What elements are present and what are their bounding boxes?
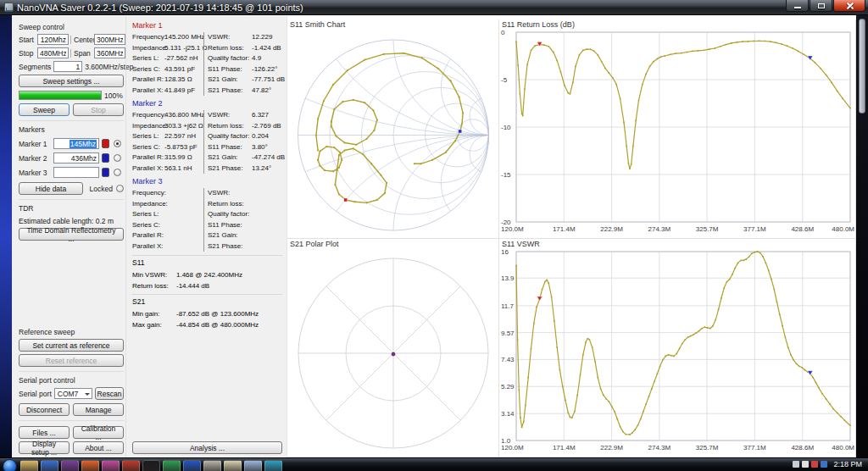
marker-info-block: Marker 3Frequency:Impedance:Series L:Ser… [132, 177, 282, 252]
marker-1-radio[interactable] [114, 140, 121, 147]
usb-tray-icon[interactable] [793, 461, 799, 468]
svg-text:16: 16 [501, 248, 509, 256]
start-button[interactable] [3, 459, 17, 471]
marker-info-title: Marker 1 [132, 21, 282, 30]
field-value: -47.274 dB [252, 152, 285, 163]
app-black-icon[interactable] [142, 460, 160, 471]
volume-tray-icon[interactable] [802, 461, 809, 468]
field-label: Max gain: [132, 319, 176, 330]
desktop-edge-left [0, 15, 12, 457]
field-label: Parallel X: [132, 86, 164, 97]
s11-return-loss-chart[interactable]: 0-5-10-15-20120.0M171.4M222.9M274.3M325.… [499, 19, 856, 239]
svg-text:377.1M: 377.1M [743, 225, 766, 233]
hide-data-button[interactable]: Hide data [19, 182, 83, 195]
network-tray-icon[interactable] [821, 461, 827, 468]
app-blue-icon[interactable] [41, 460, 58, 471]
sweep-button[interactable]: Sweep [19, 103, 70, 116]
folder-light-icon[interactable] [224, 460, 242, 471]
svg-text:325.7M: 325.7M [696, 444, 719, 452]
s11-smith-chart[interactable]: S11 Smith Chart [287, 19, 499, 239]
marker-1-color-chip[interactable] [102, 139, 109, 148]
taskbar-clock[interactable]: 2:18 PM [833, 460, 862, 468]
serial-port-control-title: Serial port control [19, 376, 124, 385]
display-setup-button[interactable]: Display setup ... [19, 441, 70, 454]
serial-port-value: COM7 [58, 390, 79, 398]
tdr-button[interactable]: Time Domain Reflectometry ... [19, 228, 124, 241]
window-titlebar[interactable]: NanoVNA Saver 0.2.2-1 (Sweep: 2021-07-19… [0, 0, 868, 15]
svg-text:274.3M: 274.3M [648, 444, 671, 452]
s21-summary-block: S21 Min gain:-87.652 dB @ 123.600MHzMax … [132, 294, 282, 330]
serial-port-select[interactable]: COM7 [54, 388, 92, 399]
about-button[interactable]: About ... [73, 441, 124, 454]
segments-input[interactable] [53, 61, 82, 72]
set-reference-button[interactable]: Set current as reference [19, 339, 124, 352]
marker-field-row: Parallel R:315.99 Ω [132, 152, 203, 163]
center-label: Center [70, 36, 92, 44]
axure-icon[interactable] [102, 460, 120, 471]
minimize-button[interactable] [786, 0, 809, 12]
sweep-settings-button[interactable]: Sweep settings ... [19, 75, 124, 87]
field-label: Return loss: [208, 199, 252, 210]
marker-field-row: VSWR:12.229 [208, 32, 282, 43]
marker-2-frequency-input[interactable] [53, 152, 99, 163]
flag-tray-icon[interactable] [811, 461, 818, 468]
reset-reference-button[interactable]: Reset reference [19, 354, 124, 367]
span-frequency-input[interactable] [94, 47, 125, 58]
firefox-icon[interactable] [81, 460, 99, 471]
field-label: Parallel X: [132, 163, 164, 175]
app-lightblue-icon[interactable] [244, 460, 262, 471]
rescan-button[interactable]: Rescan [95, 387, 124, 400]
scrollbar-thumb[interactable] [859, 19, 865, 114]
svg-text:S21 Polar Plot: S21 Polar Plot [290, 240, 339, 248]
field-label: Parallel R: [132, 230, 164, 241]
manage-button[interactable]: Manage [73, 403, 124, 416]
marker-2-radio[interactable] [114, 154, 121, 162]
s11-vswr-chart[interactable]: 1613.911.79.577.435.293.141.0120.0M171.4… [499, 239, 856, 457]
minimize-icon [794, 7, 801, 8]
app-maroon-icon[interactable] [61, 460, 79, 471]
marker-field-row: S11 Phase:-126.22° [208, 64, 282, 75]
s21-polar-plot[interactable]: S21 Polar Plot [287, 239, 499, 457]
marker-1-frequency-input[interactable]: 145Mhz [53, 138, 99, 149]
marker-3-color-chip[interactable] [102, 168, 109, 177]
files-button[interactable]: Files ... [19, 426, 70, 439]
field-label: S21 Gain: [208, 75, 252, 86]
ie-icon[interactable] [264, 460, 282, 471]
s21-summary-title: S21 [132, 297, 282, 306]
marker-3-radio[interactable] [114, 169, 121, 176]
marker-2-label: Marker 2 [19, 154, 51, 163]
calibration-button[interactable]: Calibration ... [73, 426, 124, 439]
progress-percent: 100% [104, 91, 123, 100]
s21-summary-row: Min gain:-87.652 dB @ 123.600MHz [132, 308, 282, 319]
app-red-icon[interactable] [122, 460, 140, 471]
stop-button[interactable]: Stop [73, 103, 124, 116]
stop-label: Stop [19, 49, 36, 58]
analysis-button[interactable]: Analysis ... [132, 441, 282, 454]
marker-1-row: Marker 1 145Mhz [19, 138, 124, 149]
marker-field-row: Series C:-5.8753 pF [132, 142, 203, 153]
marker-field-row: VSWR: [208, 188, 282, 199]
calculator-icon[interactable] [203, 460, 221, 471]
marker-3-label: Marker 3 [19, 169, 51, 177]
stop-frequency-input[interactable] [37, 47, 69, 58]
close-button[interactable] [833, 0, 865, 12]
start-frequency-input[interactable] [37, 34, 69, 45]
disconnect-button[interactable]: Disconnect [19, 403, 70, 416]
marker-3-frequency-input[interactable] [53, 167, 99, 178]
excel-icon[interactable] [163, 460, 181, 471]
svg-text:7.43: 7.43 [501, 356, 515, 363]
marker-info-title: Marker 3 [132, 177, 282, 186]
marker-field-row: Return loss: [208, 199, 282, 210]
maximize-button[interactable] [810, 0, 832, 12]
marker-field-row: Parallel X:563.1 nH [132, 163, 203, 175]
word-icon[interactable] [183, 460, 201, 471]
svg-text:120.0M: 120.0M [501, 444, 524, 452]
locked-radio[interactable] [116, 185, 124, 192]
center-frequency-input[interactable] [94, 34, 125, 45]
marker-field-row: S11 Phase: [208, 220, 282, 231]
folder-icon[interactable] [20, 460, 38, 471]
field-value: -5.8753 pF [164, 142, 198, 153]
marker-info-block: Marker 2Frequency:436.800 MHzImpedance:3… [132, 99, 282, 174]
svg-text:9.57: 9.57 [501, 330, 515, 337]
marker-2-color-chip[interactable] [102, 153, 109, 163]
